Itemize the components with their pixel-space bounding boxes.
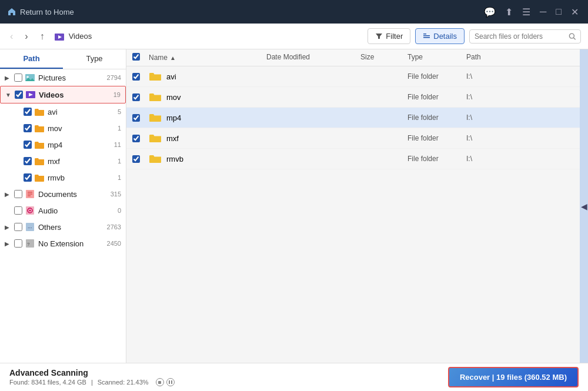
found-label: Found: 8341 files, 4.24 GB: [9, 379, 86, 386]
sidebar-item-documents[interactable]: ▶ Documents 315: [0, 186, 126, 202]
check-audio[interactable]: [14, 206, 22, 215]
check-avi[interactable]: [24, 108, 32, 116]
home-button[interactable]: Return to Home: [7, 7, 74, 16]
check-mov[interactable]: [24, 124, 32, 132]
menu-icon[interactable]: ☰: [520, 6, 533, 18]
upload-icon[interactable]: ⬆: [503, 6, 515, 18]
sidebar-item-videos[interactable]: ▼ Videos 19: [0, 86, 126, 103]
sidebar-item-noext[interactable]: ▶ ? No Extension 2450: [0, 235, 126, 252]
sidebar: Path Type ▶ Pictures 2794 ▼ Videos 19: [0, 49, 126, 363]
label-audio: Audio: [38, 206, 118, 215]
scan-info: Advanced Scanning Found: 8341 files, 4.2…: [9, 368, 448, 386]
row-check-rmvb[interactable]: [132, 155, 140, 163]
minimize-icon[interactable]: ─: [537, 6, 549, 17]
row-type-mov: File folder: [407, 93, 466, 101]
sidebar-item-mp4[interactable]: mp4 11: [0, 136, 126, 153]
tab-type[interactable]: Type: [63, 49, 126, 69]
search-icon: [569, 32, 576, 41]
sidebar-item-mxf[interactable]: mxf 1: [0, 153, 126, 169]
expander-documents: ▶: [5, 191, 12, 198]
filter-label: Filter: [386, 32, 403, 41]
check-pictures[interactable]: [14, 73, 22, 82]
count-mov: 1: [118, 125, 121, 132]
table-row[interactable]: mxf File folder I:\: [126, 128, 580, 149]
search-input[interactable]: [475, 32, 565, 41]
table-row[interactable]: mov File folder I:\: [126, 87, 580, 108]
documents-icon: [25, 189, 35, 199]
row-path-avi: I:\: [466, 72, 574, 81]
row-name-mov: mov: [166, 93, 181, 102]
check-mp4[interactable]: [24, 141, 32, 149]
pictures-icon: [25, 72, 35, 83]
toolbar: ‹ › ↑ Videos Filter Details: [0, 24, 588, 49]
table-row[interactable]: mp4 File folder I:\: [126, 108, 580, 128]
row-check-mxf[interactable]: [132, 135, 140, 142]
sidebar-item-pictures[interactable]: ▶ Pictures 2794: [0, 69, 126, 86]
stop-icon[interactable]: [156, 378, 164, 386]
sidebar-item-avi[interactable]: avi 5: [0, 103, 126, 120]
check-others[interactable]: [14, 223, 22, 231]
scanned-label: Scanned: 21.43%: [98, 379, 149, 386]
scan-sub: Found: 8341 files, 4.24 GB | Scanned: 21…: [9, 378, 448, 386]
row-name-mp4: mp4: [166, 113, 181, 122]
details-icon: [423, 32, 430, 40]
row-path-mxf: I:\: [466, 134, 574, 142]
row-type-rmvb: File folder: [407, 155, 466, 163]
select-all-checkbox[interactable]: [132, 53, 140, 61]
row-check-avi[interactable]: [132, 73, 140, 81]
check-videos[interactable]: [15, 91, 23, 99]
svg-marker-2: [376, 34, 382, 39]
check-noext[interactable]: [14, 239, 22, 248]
details-button[interactable]: Details: [415, 28, 465, 44]
label-others: Others: [38, 223, 107, 232]
back-button[interactable]: ‹: [7, 30, 16, 43]
row-path-mov: I:\: [466, 93, 574, 101]
titlebar: Return to Home 💬 ⬆ ☰ ─ □ ✕: [0, 0, 588, 24]
filter-button[interactable]: Filter: [368, 28, 410, 44]
row-check-mov[interactable]: [132, 93, 140, 101]
sidebar-item-audio[interactable]: Audio 0: [0, 202, 126, 219]
expander-pictures: ▶: [5, 75, 12, 81]
expander-videos: ▼: [5, 92, 12, 98]
table-row[interactable]: avi File folder I:\: [126, 66, 580, 87]
count-mp4: 11: [114, 141, 121, 148]
sidebar-item-others[interactable]: ▶ ··· Others 2763: [0, 219, 126, 235]
pause-icon[interactable]: [166, 378, 175, 386]
sidebar-item-rmvb[interactable]: rmvb 1: [0, 169, 126, 186]
header-path[interactable]: Path: [466, 53, 574, 62]
header-size[interactable]: Size: [360, 53, 407, 62]
table-row[interactable]: rmvb File folder I:\: [126, 149, 580, 169]
sort-arrow: ▲: [170, 55, 176, 61]
row-path-mp4: I:\: [466, 113, 574, 122]
chat-icon[interactable]: 💬: [482, 6, 498, 18]
header-date[interactable]: Date Modified: [266, 53, 360, 62]
scan-title: Advanced Scanning: [9, 368, 448, 377]
folder-icon: [149, 133, 162, 143]
audio-icon: [25, 205, 35, 216]
header-type[interactable]: Type: [407, 53, 466, 62]
check-mxf[interactable]: [24, 157, 32, 165]
videos-breadcrumb-icon: [54, 31, 65, 42]
sidebar-item-mov[interactable]: mov 1: [0, 120, 126, 136]
maximize-icon[interactable]: □: [553, 6, 564, 17]
count-videos: 19: [113, 91, 121, 98]
others-icon: ···: [25, 222, 35, 232]
up-button[interactable]: ↑: [37, 30, 48, 43]
tab-path[interactable]: Path: [0, 49, 63, 69]
side-collapse-button[interactable]: ◀: [580, 49, 588, 363]
row-type-mxf: File folder: [407, 134, 466, 142]
filelist-body: avi File folder I:\ mov File folder: [126, 66, 580, 363]
recover-button[interactable]: Recover | 19 files (360.52 MB): [448, 367, 579, 387]
forward-button[interactable]: ›: [22, 30, 31, 43]
svg-point-6: [569, 34, 574, 38]
svg-text:?: ?: [27, 242, 30, 247]
row-check-mp4[interactable]: [132, 114, 140, 122]
details-label: Details: [433, 32, 457, 41]
search-box: [469, 29, 581, 44]
header-name[interactable]: Name ▲: [149, 53, 266, 62]
check-documents[interactable]: [14, 190, 22, 198]
svg-rect-5: [423, 37, 430, 38]
close-icon[interactable]: ✕: [569, 6, 581, 18]
check-rmvb[interactable]: [24, 173, 32, 182]
bottombar: Advanced Scanning Found: 8341 files, 4.2…: [0, 363, 588, 391]
